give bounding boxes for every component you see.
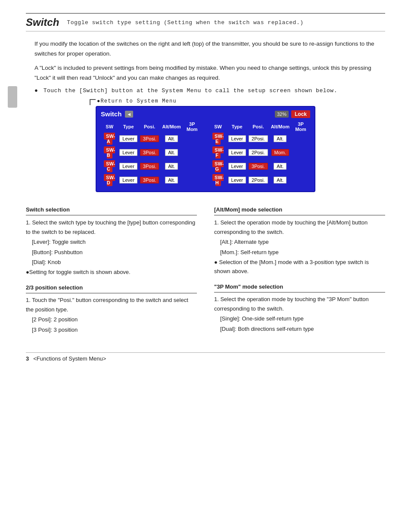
lock-button[interactable]: Lock (291, 110, 310, 118)
altmom-btn-g[interactable]: Alt. (274, 163, 286, 170)
spacer (202, 146, 209, 159)
type-btn-c[interactable]: Lever (119, 163, 137, 170)
intro-para1: If you modify the location of the switch… (34, 39, 385, 59)
3pmom-h (291, 174, 310, 186)
type-btn-d[interactable]: Lever (119, 177, 137, 184)
return-label: ●Return to System Menu (97, 98, 177, 104)
col-posi-right: Posi. (247, 121, 269, 133)
section-left-body: 1. Select the switch type by touching th… (26, 218, 197, 277)
section-right-sub-title: "3P Mom" mode selection (214, 282, 385, 292)
section-left: Switch selection 1. Select the switch ty… (26, 205, 197, 335)
posi-btn-d[interactable]: 3Posi. (140, 177, 159, 184)
type-btn-b[interactable]: Lever (119, 149, 137, 156)
3pmom-e (291, 133, 310, 145)
table-header-row: SW Type Posi. Alt/Mom 3P Mom SW Type Pos… (101, 121, 310, 133)
section-right: [Alt/Mom] mode selection 1. Select the o… (214, 205, 385, 335)
col-type-left: Type (118, 121, 139, 133)
col-sw-left: SW (101, 121, 118, 133)
battery-indicator: 32% (275, 111, 289, 118)
page: Switch Toggle switch type setting (Setti… (0, 0, 411, 532)
type-btn-h[interactable]: Lever (228, 177, 246, 184)
posi-btn-b[interactable]: 3Posi. (140, 149, 159, 156)
sr-mom: [Mom.]: Self-return type (214, 248, 385, 257)
switch-table: SW Type Posi. Alt/Mom 3P Mom SW Type Pos… (101, 121, 310, 186)
posi-btn-g[interactable]: 3Posi. (249, 163, 268, 170)
3pmom-d (183, 174, 202, 186)
sidebar-bar (8, 86, 17, 108)
3pmom-g (291, 160, 310, 172)
posi-btn-a[interactable]: 3Posi. (140, 135, 159, 142)
screen-title-area: Switch ◄ (101, 110, 133, 118)
table-row: SW-D Lever 3Posi. Alt. SW-H Lever 2Posi.… (101, 174, 310, 186)
sw-label-d: SW-D (104, 174, 115, 186)
sl-button: [Button]: Pushbutton (26, 248, 197, 257)
screen-area: ●Return to System Menu Switch ◄ 32% Lock… (26, 98, 385, 192)
bullet-dot: ● (34, 87, 38, 94)
sw-label-h: SW-H (212, 174, 224, 186)
posi-btn-e[interactable]: 2Posi. (249, 135, 268, 142)
sl-bullet: ●Setting for toggle switch is shown abov… (26, 268, 197, 277)
page-subtitle: Toggle switch type setting (Setting when… (67, 19, 303, 26)
sw-label-c: SW-C (104, 160, 115, 172)
sr-bullet: ● Selection of the [Mom.] mode with a 3-… (214, 258, 385, 276)
3pmom-b (183, 146, 202, 159)
altmom-btn-h[interactable]: Alt. (274, 177, 286, 184)
section-left-sub-body: 1. Touch the "Posi." button correspondin… (26, 296, 197, 334)
footer-number: 3 (26, 355, 29, 362)
sr-alt: [Alt.]: Alternate type (214, 237, 385, 246)
return-bracket-icon (90, 99, 96, 105)
switch-screen: Switch ◄ 32% Lock SW Type Posi. Alt/Mom … (96, 106, 315, 192)
altmom-btn-f[interactable]: Mom. (271, 149, 290, 156)
type-btn-f[interactable]: Lever (228, 149, 246, 156)
altmom-btn-a[interactable]: Alt. (165, 135, 178, 142)
sr-p1: 1. Select the operation mode by touching… (214, 218, 385, 236)
col-altmom-right: Alt/Mom (269, 121, 291, 133)
screen-nav-icon[interactable]: ◄ (125, 111, 133, 118)
altmom-btn-e[interactable]: Alt. (274, 135, 286, 142)
3pmom-f (291, 146, 310, 159)
table-row: SW-B Lever 3Posi. Alt. SW-F Lever 2Posi.… (101, 146, 310, 159)
type-btn-g[interactable]: Lever (228, 163, 246, 170)
return-label-container: ●Return to System Menu (90, 98, 177, 105)
sw-label-f: SW-F (212, 146, 224, 159)
type-btn-a[interactable]: Lever (119, 135, 137, 142)
posi-btn-h[interactable]: 2Posi. (249, 177, 268, 184)
section-left-title: Switch selection (26, 205, 197, 215)
sw-label-b: SW-B (104, 146, 115, 159)
sr-dual: [Dual]: Both directions self-return type (214, 324, 385, 333)
posi-btn-c[interactable]: 3Posi. (140, 163, 159, 170)
section-right-body: 1. Select the operation mode by touching… (214, 218, 385, 276)
altmom-btn-d[interactable]: Alt. (165, 177, 178, 184)
altmom-btn-c[interactable]: Alt. (165, 163, 178, 170)
col-posi-left: Posi. (139, 121, 161, 133)
footer-label: <Functions of System Menu> (33, 355, 106, 362)
screen-header: Switch ◄ 32% Lock (101, 110, 310, 118)
type-btn-e[interactable]: Lever (228, 135, 246, 142)
table-row: SW-C Lever 3Posi. Alt. SW-G Lever 3Posi.… (101, 160, 310, 172)
sections-row: Switch selection 1. Select the switch ty… (26, 205, 385, 335)
3pmom-a (183, 133, 202, 145)
altmom-btn-b[interactable]: Alt. (165, 149, 178, 156)
sl-dial: [Dial]: Knob (26, 258, 197, 267)
posi-btn-f[interactable]: 2Posi. (249, 149, 268, 156)
screen-controls: 32% Lock (275, 110, 310, 118)
sl-sb-p1: 1. Touch the "Posi." button correspondin… (26, 296, 197, 314)
footer: 3 <Functions of System Menu> (26, 352, 385, 362)
section-left-sub-title: 2/3 position selection (26, 283, 197, 293)
3pmom-c (183, 160, 202, 172)
header-bar: Switch Toggle switch type setting (Setti… (26, 13, 385, 31)
sl-lever: [Lever]: Toggle switch (26, 237, 197, 246)
intro-text: If you modify the location of the switch… (26, 39, 385, 83)
spacer (202, 160, 209, 172)
col-3pmom-right: 3P Mom (291, 121, 310, 133)
col-spacer (202, 121, 209, 133)
sw-label-e: SW-E (212, 133, 224, 145)
screen-title: Switch (101, 110, 121, 118)
sw-label-g: SW-G (212, 160, 224, 172)
bullet-instruction: ● Touch the [Switch] button at the Syste… (26, 87, 385, 94)
sl-p1: 1. Select the switch type by touching th… (26, 218, 197, 236)
sl-3posi: [3 Posi]: 3 position (26, 325, 197, 334)
sw-label-a: SW-A (104, 133, 115, 145)
section-right-title: [Alt/Mom] mode selection (214, 205, 385, 215)
section-right-sub-body: 1. Select the operation mode by touching… (214, 295, 385, 333)
